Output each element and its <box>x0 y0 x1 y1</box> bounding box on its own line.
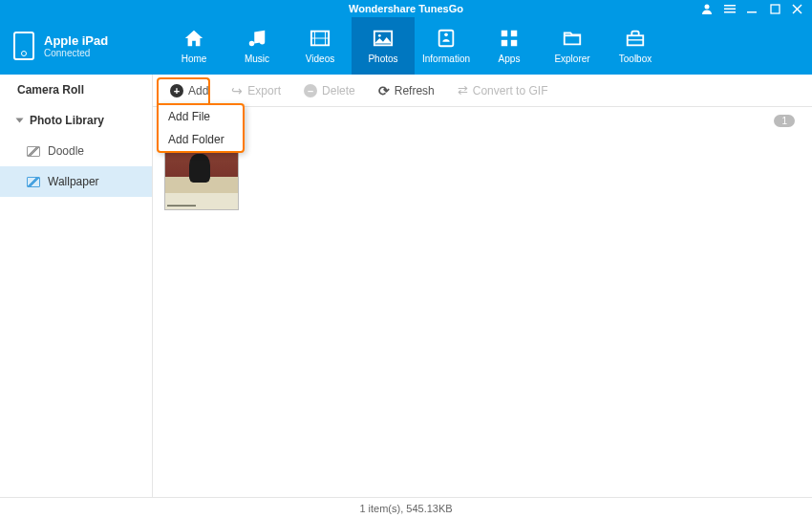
photos-icon <box>372 28 395 49</box>
sidebar-item-label: Wallpaper <box>48 175 99 188</box>
music-icon <box>246 28 268 49</box>
device-status: Connected <box>44 48 108 58</box>
explorer-icon <box>561 28 584 49</box>
home-icon <box>182 28 205 49</box>
user-icon[interactable] <box>701 3 713 14</box>
header: Apple iPad Connected Home Music Videos P… <box>0 17 812 75</box>
maximize-button[interactable] <box>770 3 780 14</box>
nav-tabs: Home Music Videos Photos Information App… <box>153 17 812 75</box>
nav-information[interactable]: Information <box>415 17 478 75</box>
svg-rect-14 <box>439 31 454 47</box>
nav-videos[interactable]: Videos <box>288 17 352 75</box>
picture-icon <box>27 177 40 187</box>
content-area: 1 ▬▬▬▬▬▬ <box>153 107 812 497</box>
svg-point-0 <box>705 5 710 10</box>
sidebar-item-photo-library[interactable]: Photo Library <box>0 105 152 136</box>
sidebar-item-camera-roll[interactable]: Camera Roll <box>0 75 152 105</box>
add-folder-item[interactable]: Add Folder <box>159 128 243 151</box>
app-title: Wondershare TunesGo <box>349 3 463 14</box>
close-button[interactable] <box>792 3 802 14</box>
sidebar-item-label: Camera Roll <box>17 83 84 97</box>
svg-rect-20 <box>565 34 581 36</box>
nav-label: Photos <box>368 54 397 64</box>
device-name: Apple iPad <box>44 33 108 48</box>
export-icon: ↪ <box>231 83 243 98</box>
svg-rect-2 <box>724 9 736 11</box>
titlebar: Wondershare TunesGo <box>0 0 812 17</box>
nav-label: Apps <box>499 54 521 64</box>
tablet-icon <box>13 32 34 60</box>
information-icon <box>435 28 458 49</box>
svg-rect-4 <box>747 11 757 13</box>
svg-rect-18 <box>502 40 507 46</box>
count-badge: 1 <box>774 115 795 127</box>
button-label: Convert to GIF <box>473 84 548 97</box>
svg-rect-17 <box>511 31 517 36</box>
sidebar-item-label: Doodle <box>48 144 84 158</box>
nav-toolbox[interactable]: Toolbox <box>604 17 667 75</box>
nav-label: Home <box>182 54 207 64</box>
device-panel[interactable]: Apple iPad Connected <box>0 32 153 60</box>
window-controls <box>701 3 802 14</box>
nav-explorer[interactable]: Explorer <box>541 17 604 75</box>
nav-music[interactable]: Music <box>225 17 288 75</box>
button-label: Add <box>188 84 208 97</box>
button-label: Delete <box>322 84 355 97</box>
minimize-button[interactable] <box>747 3 759 14</box>
svg-rect-1 <box>724 5 736 7</box>
button-label: Export <box>247 84 281 97</box>
export-button[interactable]: ↪ Export <box>222 79 290 102</box>
svg-rect-3 <box>724 11 736 13</box>
svg-rect-5 <box>771 5 780 13</box>
add-file-item[interactable]: Add File <box>159 105 243 128</box>
menu-icon[interactable] <box>724 3 736 14</box>
nav-home[interactable]: Home <box>162 17 225 75</box>
toolbox-icon <box>624 28 647 49</box>
nav-label: Explorer <box>554 54 589 64</box>
toolbar: + Add ↪ Export – Delete ⟳ Refresh ⇄ Conv… <box>153 75 812 107</box>
nav-label: Videos <box>306 54 334 64</box>
button-label: Refresh <box>395 84 435 97</box>
sidebar-item-label: Photo Library <box>30 114 104 127</box>
convert-icon: ⇄ <box>458 83 468 97</box>
svg-point-13 <box>378 34 381 37</box>
nav-label: Toolbox <box>619 54 652 64</box>
picture-icon <box>27 146 40 157</box>
svg-rect-19 <box>511 40 517 46</box>
refresh-icon: ⟳ <box>378 83 390 98</box>
sidebar-item-wallpaper[interactable]: Wallpaper <box>0 166 152 197</box>
svg-point-15 <box>444 33 448 37</box>
svg-rect-16 <box>502 31 507 36</box>
chevron-down-icon <box>16 119 24 123</box>
videos-icon <box>309 28 331 49</box>
sidebar-item-doodle[interactable]: Doodle <box>0 136 152 166</box>
convert-gif-button[interactable]: ⇄ Convert to GIF <box>448 79 558 101</box>
add-button[interactable]: + Add <box>160 80 218 101</box>
minus-icon: – <box>304 84 317 97</box>
scrollbar[interactable] <box>802 75 810 497</box>
status-text: 1 item(s), 545.13KB <box>359 503 452 514</box>
status-bar: 1 item(s), 545.13KB <box>0 497 812 518</box>
sidebar: Camera Roll Photo Library Doodle Wallpap… <box>0 75 153 497</box>
delete-button[interactable]: – Delete <box>294 80 365 101</box>
nav-label: Information <box>422 54 470 64</box>
main-panel: + Add ↪ Export – Delete ⟳ Refresh ⇄ Conv… <box>153 75 812 497</box>
nav-apps[interactable]: Apps <box>478 17 541 75</box>
nav-label: Music <box>245 54 269 64</box>
plus-icon: + <box>170 84 183 97</box>
apps-icon <box>498 28 521 49</box>
add-dropdown: Add File Add Folder <box>157 103 245 153</box>
refresh-button[interactable]: ⟳ Refresh <box>369 79 444 102</box>
nav-photos[interactable]: Photos <box>352 17 415 75</box>
